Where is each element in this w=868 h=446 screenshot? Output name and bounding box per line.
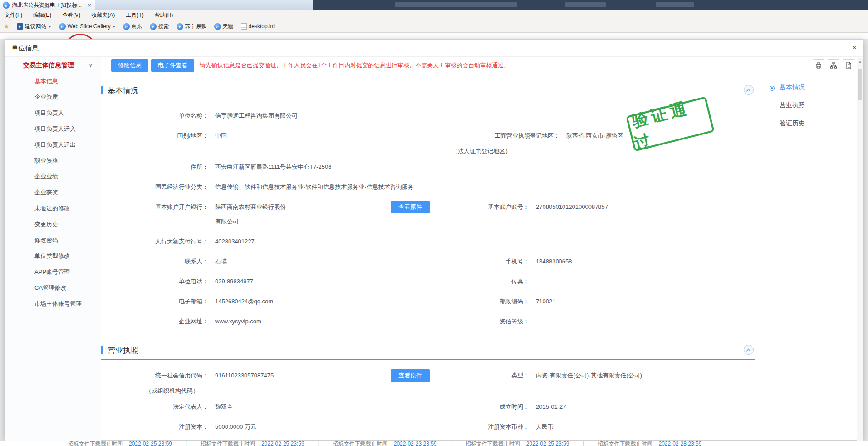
sidebar-item-basic-info[interactable]: 基本信息: [5, 73, 101, 89]
fav-desktop-ini[interactable]: desktop.ini: [241, 23, 275, 30]
sidebar-item-leader-move-out[interactable]: 项目负责人迁出: [5, 137, 101, 153]
file-icon: [241, 23, 247, 30]
ie-icon: e: [3, 2, 10, 9]
menu-file[interactable]: 文件(F): [5, 11, 22, 19]
field-address: 住所： 西安曲江新区雁展路1111号莱安中心T7-2506: [99, 163, 331, 171]
anchor-basic-info[interactable]: 基本情况: [780, 84, 805, 92]
sidebar-item-project-leader[interactable]: 项目负责人: [5, 105, 101, 121]
field-postcode: 邮政编码： 710021: [434, 297, 555, 306]
sidebar-item-app-account[interactable]: APP账号管理: [5, 264, 101, 280]
field-note-org-code: （或组织机构代码）: [146, 387, 199, 395]
section-header-license: 营业执照: [101, 345, 138, 356]
menu-favorites[interactable]: 收藏夹(A): [91, 11, 115, 19]
section-accent-bar: [101, 346, 103, 354]
menu-tools[interactable]: 工具(T): [126, 11, 143, 19]
dropdown-icon: ▼: [113, 25, 116, 28]
toolbar-icon-group: [813, 59, 854, 71]
fav-label: 天猫: [223, 23, 234, 30]
browser-tab[interactable]: e 湖北省公共资源电子招投标... ×: [0, 0, 95, 10]
field-label: 工商营业执照登记地区：: [434, 132, 559, 140]
section-underline: [101, 359, 755, 360]
modify-info-button[interactable]: 修改信息: [111, 59, 148, 72]
menu-view[interactable]: 查看(V): [62, 11, 80, 19]
ticker-label: 招标文件下载截止时间: [598, 441, 652, 446]
field-value: 2708050101201000087857: [536, 203, 608, 211]
field-website: 企业网址： www.xysyvip.com: [99, 317, 261, 326]
view-original-button-bank[interactable]: 查看原件: [391, 201, 430, 213]
field-fax: 传真：: [434, 278, 536, 286]
sidebar-item-enterprise-performance[interactable]: 企业业绩: [5, 168, 101, 184]
tab-close-icon[interactable]: ×: [87, 2, 92, 9]
view-original-button-license[interactable]: 查看原件: [391, 369, 430, 382]
field-value: 710021: [536, 297, 555, 306]
scrollbar-thumb[interactable]: [858, 69, 862, 100]
dropdown-icon: ▼: [49, 25, 52, 28]
dialog-scrollbar[interactable]: ▲: [857, 58, 863, 441]
sidebar-item-leader-move-in[interactable]: 项目负责人迁入: [5, 121, 101, 137]
field-note-legal-cert-region: （法人证书登记地区）: [452, 147, 511, 155]
field-legal-representative: 法定代表人： 魏双全: [99, 403, 233, 411]
sidebar-group-label: 交易主体信息管理: [23, 61, 74, 69]
fav-web-slice-gallery[interactable]: e Web Slice Gallery ▼: [59, 23, 116, 30]
field-capital-currency: 注册资本币种： 人民币: [434, 423, 554, 431]
field-value: 西安曲江新区雁展路1111号莱安中心T7-2506: [215, 163, 331, 171]
sidebar-item-change-password[interactable]: 修改密码: [5, 232, 101, 248]
electronic-file-view-button[interactable]: 电子件查看: [151, 59, 194, 72]
menu-edit[interactable]: 编辑(E): [33, 11, 51, 19]
scroll-up-icon[interactable]: ▲: [857, 59, 863, 64]
field-label: 统一社会信用代码：: [99, 372, 208, 380]
sidebar-item-unit-type-change[interactable]: 单位类型修改: [5, 248, 101, 264]
fav-tmall[interactable]: e 天猫: [214, 23, 234, 30]
print-icon[interactable]: [813, 59, 824, 71]
sidebar-item-occupational-qualification[interactable]: 职业资格: [5, 153, 101, 168]
anchor-business-license[interactable]: 营业执照: [780, 101, 805, 109]
ticker-label: 招标文件下载截止时间: [466, 441, 520, 446]
field-bank: 基本账户开户银行： 陕西商南农村商业银行股份: [99, 203, 286, 211]
fav-label: 苏宁易购: [185, 23, 207, 30]
field-value: 029-89834977: [215, 278, 253, 286]
ticker-date: 2022-02-25 23:59: [261, 441, 304, 446]
sidebar-item-change-history[interactable]: 变更历史: [5, 216, 101, 232]
collapse-license-button[interactable]: [744, 345, 754, 355]
field-label: 企业网址：: [99, 317, 208, 326]
verification-passed-stamp: 验证通过: [626, 96, 715, 152]
menu-help[interactable]: 帮助(H): [155, 11, 173, 19]
field-value: 人民币: [536, 423, 554, 431]
blurred-window-title: [395, 2, 517, 7]
fav-label: 京东: [132, 23, 142, 30]
fav-jd[interactable]: e 京东: [123, 23, 142, 30]
field-label: 类型：: [434, 372, 529, 380]
fav-suggested-sites[interactable]: ▸ 建议网站 ▼: [17, 23, 52, 30]
field-label: 资信等级：: [434, 317, 529, 326]
unit-info-dialog: 单位信息 × 交易主体信息管理 ∨ 基本信息 企业资质 项目负责人 项目负责人迁…: [5, 39, 863, 441]
section-underline: [101, 99, 755, 99]
sidebar-item-qualification[interactable]: 企业资质: [5, 89, 101, 105]
field-label: 邮政编码：: [434, 297, 529, 306]
collapse-basic-button[interactable]: [744, 85, 754, 95]
field-value: 魏双全: [215, 403, 233, 411]
sidebar-group-trade-subject[interactable]: 交易主体信息管理 ∨: [5, 57, 101, 73]
ticker-date: 2022-02-28 23:59: [659, 441, 702, 446]
sidebar-item-unverified-changes[interactable]: 未验证的修改: [5, 200, 101, 216]
sidebar-item-enterprise-awards[interactable]: 企业获奖: [5, 184, 101, 200]
ticker-separator: |: [583, 441, 584, 446]
sidebar: 交易主体信息管理 ∨ 基本信息 企业资质 项目负责人 项目负责人迁入 项目负责人…: [5, 57, 101, 441]
anchor-active-dot: [770, 86, 774, 90]
sidebar-item-ca-management[interactable]: CA管理修改: [5, 280, 101, 296]
dialog-title: 单位信息: [11, 44, 39, 53]
blurred-window-title: [656, 2, 694, 7]
field-value: 陕西省·西安市·雁塔区: [566, 132, 623, 140]
fav-search[interactable]: e 搜索: [150, 23, 169, 30]
field-label: 注册资本：: [99, 423, 208, 431]
anchor-verification-history[interactable]: 验证历史: [780, 119, 805, 128]
pdf-document-icon[interactable]: [843, 59, 854, 71]
chevron-down-icon: ∨: [88, 57, 93, 73]
browser-tab-bar: e 湖北省公共资源电子招投标... ×: [0, 0, 868, 10]
field-registration-region: 工商营业执照登记地区： 陕西省·西安市·雁塔区: [434, 132, 623, 140]
fav-suning[interactable]: e 苏宁易购: [177, 23, 207, 30]
org-chart-icon[interactable]: [828, 59, 839, 71]
sidebar-item-market-subject-account[interactable]: 市场主体账号管理: [5, 296, 101, 312]
field-unit-name: 单位名称： 信宇腾远工程咨询集团有限公司: [99, 112, 298, 120]
favorites-star-icon[interactable]: ★: [4, 23, 10, 30]
dialog-close-icon[interactable]: ×: [852, 43, 857, 52]
